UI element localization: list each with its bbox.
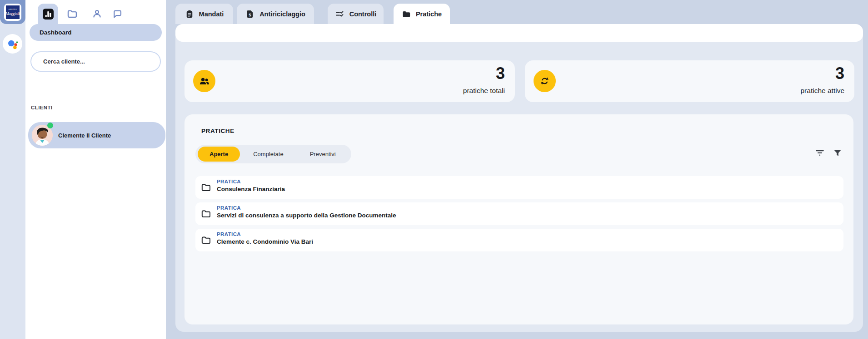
row-kicker: PRATICA xyxy=(217,205,396,211)
pratiche-panel: PRATICHE Aperte Completate Preventivi PR… xyxy=(185,114,853,324)
stat-card-pratiche-attive[interactable]: 3 pratiche attive xyxy=(525,60,854,102)
tab-pratiche-active[interactable]: Pratiche xyxy=(394,4,450,24)
pratiche-heading: PRATICHE xyxy=(201,128,234,134)
row-title: Servizi di consulenza a supporto della G… xyxy=(217,212,396,219)
sort-list-icon[interactable] xyxy=(815,148,825,158)
sidebar: Dashboard CLIENTI Clemente Il Cliente xyxy=(25,0,166,339)
sidebar-tab-folders[interactable] xyxy=(66,8,78,20)
sync-icon-badge xyxy=(534,70,556,92)
tab-label: Mandati xyxy=(199,10,224,18)
tab-controlli[interactable]: Controlli xyxy=(328,4,384,24)
clipboard-icon xyxy=(185,10,194,19)
active-nav-banner[interactable]: Dashboard xyxy=(30,24,162,41)
row-kicker: PRATICA xyxy=(217,179,285,184)
clients-heading: CLIENTI xyxy=(31,105,53,110)
app-logo-tile[interactable]: GRUPPO Maggioli xyxy=(0,0,25,24)
checklist-icon xyxy=(335,9,344,19)
pratiche-list: PRATICA Consulenza Finanziaria PRATICA S… xyxy=(195,176,843,255)
online-status-dot xyxy=(47,123,53,128)
folder-icon xyxy=(201,209,211,219)
app-rail: GRUPPO Maggioli xyxy=(0,0,25,339)
search-input[interactable] xyxy=(31,58,160,65)
stat-label: pratiche totali xyxy=(463,87,505,95)
tab-label: Antiriciclaggio xyxy=(259,10,305,18)
funnel-filter-icon[interactable] xyxy=(833,148,843,158)
stat-card-pratiche-totali[interactable]: 3 pratiche totali xyxy=(185,60,515,102)
row-title: Consulenza Finanziaria xyxy=(217,186,285,192)
stat-label: pratiche attive xyxy=(801,87,845,95)
sync-icon xyxy=(539,76,550,86)
row-title: Clemente c. Condominio Via Bari xyxy=(217,238,313,245)
panel-header-bar xyxy=(175,24,863,42)
filter-chip-group: Aperte Completate Preventivi xyxy=(195,145,351,163)
maggioli-logo: GRUPPO Maggioli xyxy=(4,4,21,21)
tab-label: Controlli xyxy=(349,10,377,18)
pratica-row[interactable]: PRATICA Clemente c. Condominio Via Bari xyxy=(195,229,843,251)
stat-value: 3 xyxy=(496,64,505,83)
folder-icon xyxy=(67,9,77,19)
active-nav-label: Dashboard xyxy=(40,29,72,36)
people-icon-badge xyxy=(193,70,215,92)
sidebar-tab-clients[interactable] xyxy=(91,8,103,20)
pratica-row[interactable]: PRATICA Consulenza Finanziaria xyxy=(195,176,843,199)
client-list-item[interactable]: Clemente Il Cliente xyxy=(28,122,165,148)
logo-group-text: GRUPPO xyxy=(9,9,17,10)
sidebar-tab-dashboard[interactable] xyxy=(38,4,58,25)
sidebar-tab-messages[interactable] xyxy=(111,8,123,20)
row-kicker: PRATICA xyxy=(217,231,313,237)
bar-chart-icon xyxy=(43,9,53,19)
google-assistant-icon xyxy=(6,37,20,51)
client-name: Clemente Il Cliente xyxy=(58,122,111,148)
money-document-icon: $ xyxy=(245,10,254,19)
logo-name-text: Maggioli xyxy=(6,11,20,16)
people-icon xyxy=(199,76,210,86)
chat-icon xyxy=(112,9,123,19)
folder-icon xyxy=(201,182,211,192)
svg-text:$: $ xyxy=(249,12,251,17)
tab-antiriciclaggio[interactable]: $ Antiriciclaggio xyxy=(237,4,314,24)
folder-filled-icon xyxy=(402,10,411,19)
client-search xyxy=(30,51,161,72)
assistant-button[interactable] xyxy=(3,34,22,54)
tab-label: Pratiche xyxy=(416,10,442,18)
pratica-row[interactable]: PRATICA Servizi di consulenza a supporto… xyxy=(195,202,843,225)
chip-preventivi[interactable]: Preventivi xyxy=(297,147,349,162)
tab-mandati[interactable]: Mandati xyxy=(175,4,233,24)
chip-aperte[interactable]: Aperte xyxy=(198,147,240,162)
person-icon xyxy=(92,9,102,19)
folder-icon xyxy=(201,235,211,245)
stat-value: 3 xyxy=(835,64,844,83)
chip-completate[interactable]: Completate xyxy=(240,147,296,162)
